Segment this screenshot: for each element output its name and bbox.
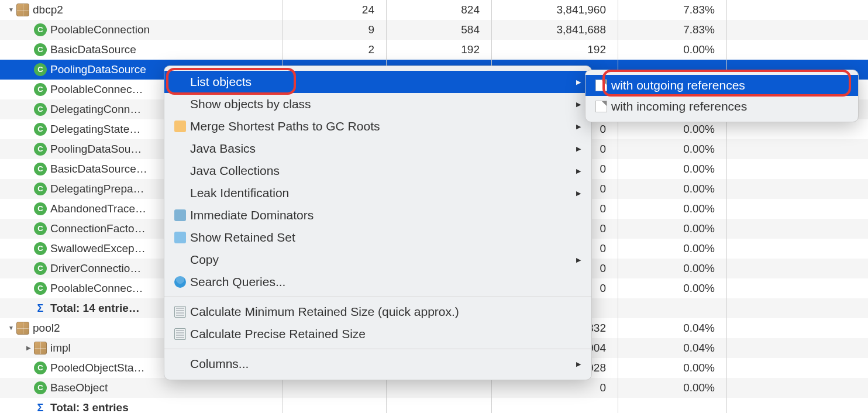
table-row[interactable]: CBaseObject00.00% <box>0 378 868 398</box>
menu-item-label: Copy <box>190 253 576 267</box>
page-icon <box>595 80 607 91</box>
submenu-item[interactable]: with incoming references <box>585 96 858 117</box>
row-pct: 0.00% <box>618 163 726 175</box>
class-icon: C <box>34 381 47 394</box>
menu-item[interactable]: Immediate Dominators <box>164 204 591 226</box>
class-icon: C <box>34 103 47 116</box>
menu-item[interactable]: Merge Shortest Paths to GC Roots▶ <box>164 115 591 137</box>
row-label: BasicDataSource… <box>50 163 147 175</box>
row-label: PoolableConnection <box>50 23 150 36</box>
row-label: Total: 3 entries <box>50 401 129 414</box>
submenu-item-label: with incoming references <box>611 99 848 113</box>
submenu-item-label: with outgoing references <box>611 78 848 92</box>
class-icon: C <box>34 242 47 255</box>
row-col3: 3,841,960 <box>491 4 618 16</box>
menu-separator <box>164 297 591 297</box>
package-icon <box>34 342 47 355</box>
row-label: dbcp2 <box>33 4 63 16</box>
submenu-arrow-icon: ▶ <box>576 167 581 175</box>
row-label: DriverConnectio… <box>50 262 141 275</box>
row-pct: 0.00% <box>618 222 726 235</box>
row-label: DelegatingConn… <box>50 103 141 116</box>
package-icon <box>16 322 29 335</box>
menu-item-label: Calculate Precise Retained Size <box>190 327 581 341</box>
submenu-item[interactable]: with outgoing references <box>585 75 858 96</box>
row-label: Total: 14 entrie… <box>50 302 140 315</box>
class-icon: C <box>34 163 47 175</box>
menu-item[interactable]: List objects▶ <box>164 71 591 93</box>
class-icon: C <box>34 282 47 295</box>
row-pct: 0.00% <box>618 262 726 275</box>
row-pct: 0.00% <box>618 282 726 295</box>
row-label: AbandonedTrace… <box>50 202 146 215</box>
menu-item-label: Columns... <box>190 357 576 371</box>
menu-item-label: Leak Identification <box>190 186 576 200</box>
row-pct: 7.83% <box>618 4 726 16</box>
row-pct: 0.00% <box>618 43 726 56</box>
table-row[interactable]: ΣTotal: 3 entries <box>0 398 868 413</box>
table-row[interactable]: CBasicDataSource21921920.00% <box>0 40 868 60</box>
submenu-arrow-icon: ▶ <box>576 256 581 264</box>
row-label: PoolableConnec… <box>50 282 143 295</box>
db-icon <box>174 276 186 288</box>
class-icon: C <box>34 362 47 374</box>
submenu-arrow-icon: ▶ <box>576 190 581 197</box>
menu-item[interactable]: Search Queries... <box>164 271 591 293</box>
menu-item-label: Java Collections <box>190 164 576 178</box>
class-icon: C <box>34 143 47 156</box>
calc-icon <box>174 306 186 318</box>
row-label: DelegatingState… <box>50 123 140 136</box>
row-pct: 0.00% <box>618 143 726 156</box>
row-label: ConnectionFacto… <box>50 222 146 235</box>
row-pct: 0.04% <box>618 342 726 355</box>
menu-item-label: Merge Shortest Paths to GC Roots <box>190 119 576 133</box>
menu-item[interactable]: Java Collections▶ <box>164 160 591 182</box>
row-col2: 584 <box>386 23 491 36</box>
class-icon: C <box>34 222 47 235</box>
table-row[interactable]: ▼dbcp2248243,841,9607.83% <box>0 0 868 20</box>
menu-item[interactable]: Calculate Precise Retained Size <box>164 323 591 345</box>
tree-toggle-collapsed[interactable]: ▶ <box>23 345 34 351</box>
class-icon: C <box>34 262 47 275</box>
class-icon: C <box>34 83 47 96</box>
row-pct: 0.00% <box>618 183 726 195</box>
menu-item[interactable]: Leak Identification▶ <box>164 182 591 204</box>
tree-toggle-expanded[interactable]: ▼ <box>6 325 16 331</box>
row-col3: 192 <box>491 43 618 56</box>
menu-item[interactable]: Columns...▶ <box>164 353 591 375</box>
menu-item-label: Calculate Minimum Retained Size (quick a… <box>190 305 581 319</box>
ret-icon <box>174 232 186 243</box>
row-label: impl <box>50 342 71 355</box>
row-pct: 0.04% <box>618 322 726 335</box>
menu-item[interactable]: Calculate Minimum Retained Size (quick a… <box>164 301 591 323</box>
tree-icon <box>174 121 186 132</box>
class-icon: C <box>34 123 47 136</box>
menu-item[interactable]: Java Basics▶ <box>164 137 591 160</box>
menu-item-label: Show objects by class <box>190 97 576 111</box>
menu-item[interactable]: Show objects by class▶ <box>164 93 591 115</box>
menu-item-label: Immediate Dominators <box>190 208 581 222</box>
row-col2: 192 <box>386 43 491 56</box>
row-col3: 3,841,688 <box>491 23 618 36</box>
list-objects-submenu[interactable]: with outgoing referenceswith incoming re… <box>585 70 859 122</box>
submenu-arrow-icon: ▶ <box>576 78 581 86</box>
menu-separator <box>164 349 591 349</box>
calc-icon <box>174 328 186 340</box>
menu-item-label: Java Basics <box>190 142 576 156</box>
row-label: PooledObjectSta… <box>50 362 145 374</box>
row-col3: 0 <box>491 381 618 394</box>
row-label: BaseObject <box>50 381 108 394</box>
class-icon: C <box>34 202 47 215</box>
menu-item[interactable]: Show Retained Set <box>164 226 591 249</box>
menu-item-label: Search Queries... <box>190 275 581 289</box>
row-col2: 824 <box>386 4 491 16</box>
context-menu[interactable]: List objects▶Show objects by class▶Merge… <box>164 66 592 380</box>
table-row[interactable]: CPoolableConnection95843,841,6887.83% <box>0 20 868 40</box>
tree-toggle-expanded[interactable]: ▼ <box>6 6 16 13</box>
row-label: pool2 <box>33 322 60 335</box>
row-label: DelegatingPrepa… <box>50 183 144 195</box>
row-col1: 24 <box>282 4 386 16</box>
row-pct: 7.83% <box>618 23 726 36</box>
dom-icon <box>174 209 186 221</box>
menu-item[interactable]: Copy▶ <box>164 249 591 271</box>
